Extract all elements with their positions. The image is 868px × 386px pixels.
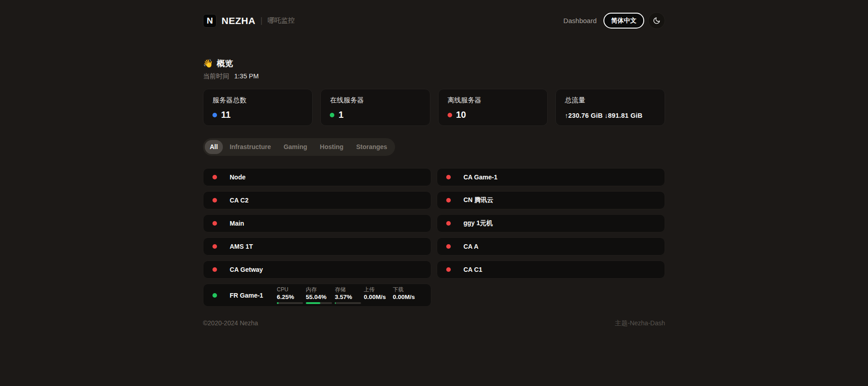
total-dot: [212, 113, 217, 117]
group-tabbar: All Infrastructure Gaming Hosting Storan…: [203, 138, 395, 156]
wave-emoji: 👋: [203, 58, 213, 68]
online-dot: [330, 113, 334, 117]
stat-card-value: 1: [338, 110, 343, 120]
page-title: 👋 概览: [203, 58, 665, 69]
memory-bar: [306, 302, 332, 304]
tab-infrastructure[interactable]: Infrastructure: [224, 140, 277, 154]
server-list: Node CA C2 Main AMS 1T CA Getway FR Game…: [203, 168, 665, 307]
cpu-value: 6.25%: [277, 294, 306, 301]
upload-value: 0.00M/s: [364, 294, 393, 301]
memory-value: 55.04%: [306, 294, 335, 301]
current-time: 当前时间 1:35 PM: [203, 72, 665, 81]
server-name: ggy 1元机: [463, 219, 493, 227]
server-column-left: Node CA C2 Main AMS 1T CA Getway FR Game…: [203, 168, 431, 307]
tab-storanges[interactable]: Storanges: [350, 140, 393, 154]
server-row-cn-tencent[interactable]: CN 腾讯云: [437, 191, 665, 209]
status-dot: [212, 221, 217, 226]
brand-title: NEZHA: [222, 15, 256, 26]
brand-subtitle: 哪吒监控: [268, 16, 295, 25]
server-name: AMS 1T: [230, 243, 253, 250]
stat-card-value: 11: [221, 110, 231, 120]
page-title-text: 概览: [217, 58, 233, 69]
brand-separator: |: [260, 16, 263, 25]
status-dot: [446, 175, 451, 179]
server-row-ca-game-1[interactable]: CA Game-1: [437, 168, 665, 186]
language-button[interactable]: 简体中文: [603, 13, 644, 29]
stat-card-label: 总流量: [565, 96, 656, 105]
server-row-ca-c1[interactable]: CA C1: [437, 261, 665, 279]
server-stats: CPU 6.25% 内存 55.04% 存储 3.57%: [277, 287, 422, 304]
copyright-text: ©2020-2024 Nezha: [203, 319, 258, 328]
stat-card-label: 服务器总数: [212, 96, 303, 105]
storage-stat: 存储 3.57%: [335, 287, 364, 304]
server-row-ggy[interactable]: ggy 1元机: [437, 214, 665, 232]
time-value: 1:35 PM: [234, 72, 259, 80]
status-dot: [446, 244, 451, 249]
download-stat: 下载 0.00M/s: [393, 287, 422, 304]
stat-card-online-servers: 在线服务器 1: [320, 89, 430, 126]
status-dot: [446, 198, 451, 203]
status-dot: [212, 175, 217, 179]
status-dot: [212, 267, 217, 272]
upload-label: 上传: [364, 287, 393, 293]
status-dot: [446, 221, 451, 226]
storage-bar: [335, 302, 361, 304]
server-row-node[interactable]: Node: [203, 168, 431, 186]
stat-card-value: 10: [456, 110, 466, 120]
memory-label: 内存: [306, 287, 335, 293]
moon-icon: [653, 17, 661, 24]
stat-card-offline-servers: 离线服务器 10: [438, 89, 548, 126]
stat-cards: 服务器总数 11 在线服务器 1 离线服务器 10 总流量 ↑230.76 Gi…: [203, 89, 665, 126]
stat-card-total-servers: 服务器总数 11: [203, 89, 313, 126]
theme-toggle-button[interactable]: [648, 12, 665, 29]
status-dot: [212, 293, 217, 298]
tab-gaming[interactable]: Gaming: [278, 140, 313, 154]
download-value: 0.00M/s: [393, 294, 422, 301]
server-name: CA A: [463, 243, 478, 250]
dashboard-link[interactable]: Dashboard: [564, 17, 597, 24]
storage-value: 3.57%: [335, 294, 364, 301]
cpu-bar: [277, 302, 303, 304]
cpu-stat: CPU 6.25%: [277, 287, 306, 304]
time-label: 当前时间: [203, 72, 229, 80]
overview-section: 👋 概览 当前时间 1:35 PM: [203, 58, 665, 81]
tab-all[interactable]: All: [205, 140, 223, 154]
upload-stat: 上传 0.00M/s: [364, 287, 393, 304]
header: N NEZHA | 哪吒监控 Dashboard 简体中文: [203, 0, 665, 29]
traffic-value: ↑230.76 GiB ↓891.81 GiB: [565, 112, 656, 119]
server-row-ca-c2[interactable]: CA C2: [203, 191, 431, 209]
server-row-ca-a[interactable]: CA A: [437, 237, 665, 256]
logo-letter: N: [207, 16, 213, 26]
server-name: CA Getway: [230, 266, 263, 273]
status-dot: [212, 198, 217, 203]
server-row-ams-1t[interactable]: AMS 1T: [203, 237, 431, 256]
status-dot: [446, 267, 451, 272]
server-row-fr-game-1[interactable]: FR Game-1 CPU 6.25% 内存 55.04% 存储 3.57%: [203, 284, 431, 307]
server-name: CA Game-1: [463, 174, 497, 181]
cpu-label: CPU: [277, 287, 306, 293]
server-column-right: CA Game-1 CN 腾讯云 ggy 1元机 CA A CA C1: [437, 168, 665, 307]
footer: ©2020-2024 Nezha 主题-Nezha-Dash: [203, 319, 665, 328]
stat-card-total-traffic: 总流量 ↑230.76 GiB ↓891.81 GiB: [555, 89, 665, 126]
server-row-ca-getway[interactable]: CA Getway: [203, 261, 431, 279]
stat-card-label: 离线服务器: [448, 96, 538, 105]
download-label: 下载: [393, 287, 422, 293]
storage-label: 存储: [335, 287, 364, 293]
theme-link[interactable]: 主题-Nezha-Dash: [615, 319, 665, 328]
header-actions: Dashboard 简体中文: [564, 12, 665, 29]
server-name: CA C2: [230, 197, 249, 204]
memory-stat: 内存 55.04%: [306, 287, 335, 304]
status-dot: [212, 244, 217, 249]
server-name: Node: [230, 174, 246, 181]
server-name: FR Game-1: [230, 292, 263, 299]
server-name: CA C1: [463, 266, 482, 273]
offline-dot: [448, 113, 452, 117]
brand-group: N NEZHA | 哪吒监控: [203, 14, 295, 28]
nezha-logo: N: [203, 14, 217, 28]
tab-hosting[interactable]: Hosting: [314, 140, 349, 154]
server-name: CN 腾讯云: [463, 196, 493, 204]
server-name: Main: [230, 220, 244, 227]
server-row-main[interactable]: Main: [203, 214, 431, 232]
stat-card-label: 在线服务器: [330, 96, 420, 105]
